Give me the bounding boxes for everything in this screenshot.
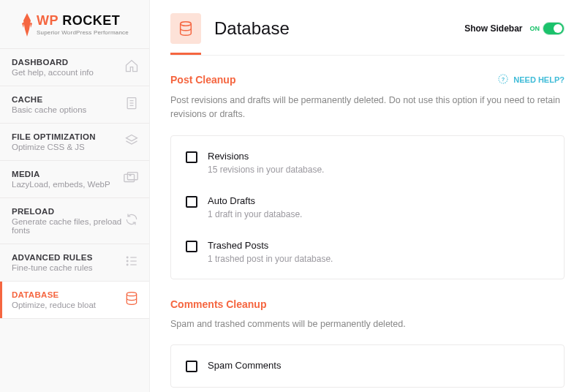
nav-title: ADVANCED RULES [12,253,93,262]
show-sidebar-toggle[interactable]: ON [530,22,565,35]
nav-sub: Get help, account info [12,68,94,77]
sidebar-item-file-optimization[interactable]: FILE OPTIMIZATION Optimize CSS & JS [0,123,149,160]
nav-sub: Fine-tune cache rules [12,263,93,272]
database-header-icon [170,13,201,44]
option-trashed-posts: Trashed Posts 1 trashed post in your dat… [186,230,549,274]
option-title: Revisions [208,151,324,162]
brand-tagline: Superior WordPress Performance [37,29,129,36]
nav-title: PRELOAD [12,207,124,216]
nav: DASHBOARD Get help, account info CACHE B… [0,48,149,319]
svg-point-14 [181,22,192,26]
option-sub: 1 draft in your database. [208,209,302,219]
page-header: Database Show Sidebar ON [170,0,565,53]
nav-title: MEDIA [12,170,110,178]
rocket-logo-icon [20,13,34,39]
nav-title: DASHBOARD [12,58,94,67]
home-icon [124,59,139,76]
checkbox-auto-drafts[interactable] [186,196,197,208]
sidebar-item-advanced-rules[interactable]: ADVANCED RULES Fine-tune cache rules [0,244,149,281]
sidebar-item-preload[interactable]: PRELOAD Generate cache files, preload fo… [0,197,149,244]
nav-sub: Basic cache options [12,105,86,114]
option-spam-comments: Spam Comments [186,350,549,382]
logo: WP ROCKET Superior WordPress Performance [0,0,149,48]
svg-text:?: ? [502,76,505,83]
nav-sub: Generate cache files, preload fonts [12,217,124,235]
svg-point-7 [127,257,128,258]
nav-title: CACHE [12,95,86,104]
images-icon [123,170,139,188]
nav-sub: Optimize, reduce bloat [12,301,96,309]
document-icon [124,96,139,113]
svg-rect-5 [127,173,137,180]
brand-name: WP ROCKET [37,13,129,29]
list-icon [124,254,139,271]
sidebar-item-database[interactable]: DATABASE Optimize, reduce bloat [0,281,149,319]
svg-point-9 [127,260,128,262]
option-auto-drafts: Auto Drafts 1 draft in your database. [186,185,549,230]
checkbox-revisions[interactable] [186,151,197,163]
svg-point-13 [127,293,136,296]
page-title: Database [214,18,290,39]
sidebar-item-dashboard[interactable]: DASHBOARD Get help, account info [0,48,149,86]
layers-icon [124,133,139,151]
nav-sub: LazyLoad, embeds, WebP [12,180,110,189]
nav-sub: Optimize CSS & JS [12,143,96,151]
need-help-label: NEED HELP? [513,75,565,84]
toggle-state-label: ON [530,25,540,32]
svg-point-11 [127,264,128,265]
option-title: Auto Drafts [208,195,302,206]
help-icon: ? [497,73,509,86]
comments-cleanup-card: Spam Comments [170,344,565,388]
section-title-comments-cleanup: Comments Cleanup [170,298,266,310]
divider [170,55,565,56]
option-sub: 1 trashed post in your database. [208,254,333,264]
database-icon [124,291,139,309]
need-help-link[interactable]: ? NEED HELP? [497,73,565,86]
section-desc-comments-cleanup: Spam and trashed comments will be perman… [170,317,565,331]
refresh-icon [124,212,139,230]
main-content: Database Show Sidebar ON Post Cleanup ? … [150,0,585,392]
option-revisions: Revisions 15 revisions in your database. [186,140,549,185]
toggle-switch [543,22,565,35]
option-sub: 15 revisions in your database. [208,165,324,175]
post-cleanup-card: Revisions 15 revisions in your database.… [170,135,565,279]
option-title: Trashed Posts [208,240,333,251]
option-title: Spam Comments [208,360,281,371]
section-desc-post-cleanup: Post revisions and drafts will be perman… [170,94,565,122]
section-title-post-cleanup: Post Cleanup [170,74,235,86]
show-sidebar-label: Show Sidebar [464,23,522,34]
checkbox-trashed-posts[interactable] [186,241,197,252]
nav-title: DATABASE [12,290,96,299]
nav-title: FILE OPTIMIZATION [12,132,96,141]
sidebar: WP ROCKET Superior WordPress Performance… [0,0,150,392]
checkbox-spam-comments[interactable] [186,361,197,372]
svg-point-6 [129,174,131,176]
sidebar-item-cache[interactable]: CACHE Basic cache options [0,86,149,123]
sidebar-item-media[interactable]: MEDIA LazyLoad, embeds, WebP [0,160,149,197]
